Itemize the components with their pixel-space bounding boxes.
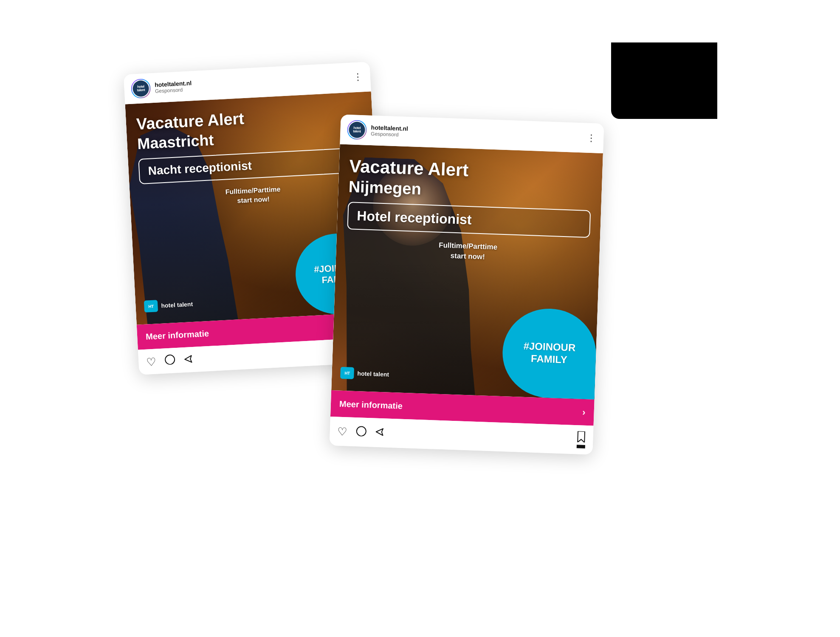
job-box-1: Nacht receptionist bbox=[138, 147, 365, 184]
share-icon-1[interactable] bbox=[184, 354, 195, 365]
like-icon-2[interactable]: ♡ bbox=[337, 426, 347, 437]
header-text-1: hoteltalent.nl Gesponsord bbox=[155, 71, 350, 94]
comment-icon-2[interactable] bbox=[355, 426, 367, 439]
scene: hoteltalent hoteltalent.nl Gesponsord ⋮ … bbox=[123, 42, 717, 595]
instagram-post-card-2: hoteltalent hoteltalent.nl Gesponsord ⋮ … bbox=[330, 114, 604, 454]
ht-badge-icon-1: HT bbox=[144, 300, 158, 313]
black-corner-decoration bbox=[611, 42, 717, 119]
ht-badge-icon-2: HT bbox=[340, 367, 354, 379]
header-text-2: hoteltalent.nl Gesponsord bbox=[371, 124, 583, 144]
avatar-logo-1: hoteltalent bbox=[132, 80, 149, 97]
ht-label-text-1: hotel talent bbox=[161, 301, 193, 309]
avatar-logo-2: hoteltalent bbox=[349, 121, 365, 138]
more-options-button-1[interactable]: ⋮ bbox=[353, 71, 364, 83]
ht-logo-1: HT hotel talent bbox=[144, 298, 193, 313]
share-icon-2[interactable] bbox=[375, 427, 386, 439]
job-title-1: Nacht receptionist bbox=[148, 153, 355, 178]
avatar-ring-1: hoteltalent bbox=[130, 78, 151, 99]
hashtag-text-2: #JOINOURFAMILY bbox=[519, 336, 580, 371]
bookmark-icon-2[interactable] bbox=[577, 431, 586, 448]
job-box-2: Hotel receptionist bbox=[347, 202, 591, 238]
cta-text-2: Meer informatie bbox=[339, 399, 403, 411]
comment-icon-1[interactable] bbox=[164, 354, 176, 367]
cta-arrow-icon-2: › bbox=[582, 407, 586, 418]
avatar-ring-2: hoteltalent bbox=[347, 120, 367, 140]
schedule-text-1: Fulltime/Parttimestart now! bbox=[140, 180, 366, 211]
ht-label-text-2: hotel talent bbox=[357, 370, 389, 378]
schedule-text-2: Fulltime/Parttimestart now! bbox=[346, 237, 589, 266]
more-options-button-2[interactable]: ⋮ bbox=[586, 132, 597, 144]
post-image-2: Vacature Alert Nijmegen Hotel receptioni… bbox=[331, 144, 603, 399]
like-icon-1[interactable]: ♡ bbox=[146, 356, 156, 367]
ht-logo-2: HT hotel talent bbox=[340, 367, 389, 381]
job-title-2: Hotel receptionist bbox=[357, 208, 581, 231]
cta-text-1: Meer informatie bbox=[146, 329, 209, 342]
